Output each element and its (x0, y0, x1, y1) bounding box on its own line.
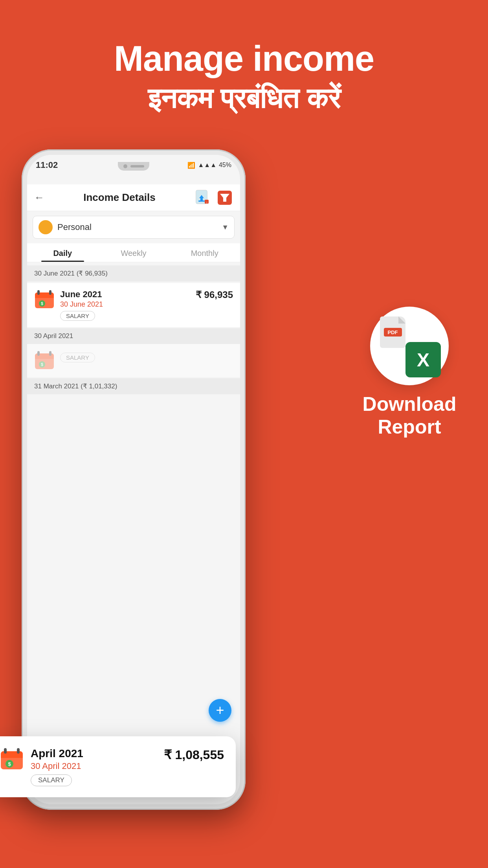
back-button[interactable]: ← (34, 191, 44, 204)
june-income-info: June 2021 30 June 2021 SALARY (60, 289, 190, 321)
floating-card-content: $ April 2021 30 April 2021 SALARY ₹ 1,08… (0, 747, 224, 786)
april-income-card[interactable]: $ SALARY (27, 344, 240, 377)
april-calendar-icon: $ (34, 350, 55, 371)
tab-weekly[interactable]: Weekly (98, 243, 169, 262)
floating-tag: SALARY (31, 774, 72, 786)
phone-frame: 11:02 📶 ▲▲▲ 45% ← Income Details (22, 149, 246, 810)
svg-rect-26 (4, 748, 7, 754)
status-time: 11:02 (36, 160, 58, 170)
screen-title: Income Details (49, 191, 190, 204)
svg-rect-11 (35, 296, 54, 298)
svg-rect-20 (49, 351, 51, 356)
tab-daily[interactable]: Daily (27, 243, 98, 262)
phone-notch (118, 162, 149, 171)
download-section: PDF X Download Report (352, 307, 466, 438)
floating-month: April 2021 (31, 747, 157, 760)
june-calendar-icon: $ (34, 289, 55, 310)
app-content: ← Income Details ↓ (27, 184, 240, 773)
svg-point-8 (43, 223, 48, 228)
svg-text:$: $ (41, 302, 43, 306)
battery-label: 45% (219, 162, 231, 169)
june-date-label: 30 June 2021 (60, 300, 190, 309)
floating-card-info: April 2021 30 April 2021 SALARY (31, 747, 157, 786)
svg-text:$: $ (41, 362, 43, 367)
download-icon[interactable]: ↓ (194, 189, 211, 206)
floating-calendar-icon: $ (0, 747, 24, 771)
signal-icon: ▲▲▲ (198, 162, 216, 169)
phone-inner: 11:02 📶 ▲▲▲ 45% ← Income Details (27, 155, 240, 804)
download-title: Download Report (352, 393, 466, 438)
svg-rect-12 (37, 290, 40, 295)
svg-rect-18 (35, 357, 54, 359)
dropdown-arrow-icon: ▼ (222, 223, 229, 232)
tab-monthly[interactable]: Monthly (169, 243, 240, 262)
camera-icon (123, 164, 127, 168)
tabs-row: Daily Weekly Monthly (27, 243, 240, 262)
svg-rect-2 (198, 200, 205, 202)
svg-rect-25 (1, 755, 23, 758)
svg-rect-13 (49, 290, 51, 295)
svg-text:$: $ (8, 761, 11, 767)
floating-amount: ₹ 1,08,555 (164, 747, 224, 762)
person-icon (39, 220, 53, 234)
app-header: ← Income Details ↓ (27, 184, 240, 211)
june-month-label: June 2021 (60, 289, 190, 300)
march-group-header: 31 March 2021 (₹ 1,01,332) (27, 378, 240, 394)
june-group-header: 30 June 2021 (₹ 96,935) (27, 265, 240, 281)
pdf-icon: PDF (380, 316, 405, 348)
speaker-icon (130, 165, 144, 167)
category-name: Personal (57, 222, 217, 232)
svg-rect-27 (17, 748, 20, 754)
june-income-card[interactable]: $ June 2021 30 June 2021 SALARY ₹ 96,935 (27, 283, 240, 327)
svg-rect-19 (37, 351, 40, 356)
status-icons: 📶 ▲▲▲ 45% (187, 162, 231, 169)
header-section: Manage income इनकम प्रबंधित करें (0, 39, 488, 115)
april-group-header: 30 April 2021 (27, 328, 240, 344)
floating-date: 30 April 2021 (31, 761, 157, 771)
sub-title-hindi: इनकम प्रबंधित करें (0, 82, 488, 115)
pdf-fold (398, 316, 405, 324)
category-selector[interactable]: Personal ▼ (33, 216, 235, 239)
pdf-label: PDF (384, 328, 402, 337)
svg-text:↓: ↓ (206, 200, 207, 204)
june-salary-tag: SALARY (60, 311, 95, 321)
april-income-info-partial: SALARY (60, 350, 233, 362)
download-circle: PDF X (370, 307, 449, 385)
main-title: Manage income (0, 39, 488, 78)
june-amount: ₹ 96,935 (196, 289, 233, 300)
filter-icon[interactable] (216, 189, 233, 206)
phone-screen: ← Income Details ↓ (27, 184, 240, 773)
wifi-icon: 📶 (187, 162, 195, 169)
excel-icon: X (405, 342, 441, 377)
floating-card-april: $ April 2021 30 April 2021 SALARY ₹ 1,08… (0, 736, 236, 797)
header-icons: ↓ (194, 189, 233, 206)
fab-button[interactable]: + (209, 699, 231, 722)
april-salary-tag-2: SALARY (60, 353, 95, 362)
